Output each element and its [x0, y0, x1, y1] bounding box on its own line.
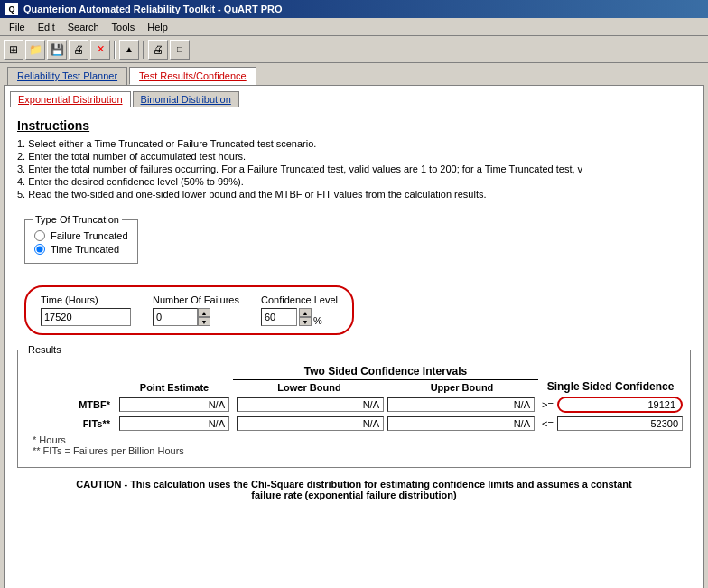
caution-text: CAUTION - This calculation uses the Chi-…: [17, 475, 691, 504]
content-panel: Exponential Distribution Binomial Distri…: [4, 85, 704, 588]
two-sided-sub-headers: Lower Bound Upper Bound: [233, 382, 538, 393]
truncation-legend: Type Of Truncation: [33, 214, 122, 225]
toolbar-new-btn[interactable]: ⊞: [4, 40, 23, 60]
results-legend: Results: [25, 344, 64, 355]
instruction-3: 3. Enter the total number of failures oc…: [17, 163, 691, 174]
toolbar-window-btn[interactable]: □: [170, 40, 190, 60]
truncation-section: Type Of Truncation Failure Truncated Tim…: [17, 210, 691, 273]
point-estimate-header-cell: Point Estimate: [116, 382, 233, 393]
confidence-level-spinner-btns: ▲ ▼: [299, 308, 312, 326]
truncation-group-box: Type Of Truncation Failure Truncated Tim…: [24, 219, 138, 264]
num-failures-label: Number Of Failures: [153, 294, 239, 305]
fits-upper-bound[interactable]: N/A: [387, 416, 535, 431]
time-truncated-row: Time Truncated: [34, 244, 128, 255]
single-sided-header: Single Sided Confidence: [538, 380, 683, 393]
toolbar-open-btn[interactable]: 📁: [25, 40, 45, 60]
results-content: Point Estimate Two Sided Confidence Inte…: [18, 350, 690, 467]
failure-truncated-label: Failure Truncated: [51, 230, 128, 241]
menu-edit[interactable]: Edit: [33, 21, 61, 33]
time-hours-label: Time (Hours): [41, 294, 131, 305]
confidence-up-btn[interactable]: ▲: [299, 308, 312, 317]
caution-message: CAUTION - This calculation uses the Chi-…: [76, 479, 632, 500]
results-box: Results Point Estimate Two Sided Confide…: [17, 350, 691, 468]
menu-tools[interactable]: Tools: [107, 21, 141, 33]
time-hours-group: Time (Hours): [41, 294, 131, 326]
point-estimate-header: Point Estimate: [140, 382, 209, 393]
app-icon: Q: [5, 3, 18, 15]
toolbar: ⊞ 📁 💾 🖨 ✕ ▲ 🖨 □: [0, 36, 708, 63]
mtbf-two-sided-cells: N/A N/A: [233, 397, 538, 412]
tab-reliability-test-planner[interactable]: Reliability Test Planner: [7, 67, 127, 85]
mtbf-upper-bound-cell: N/A: [387, 397, 535, 412]
fits-upper-bound-cell: N/A: [387, 416, 535, 431]
mtbf-point-estimate-cell: N/A: [116, 397, 233, 412]
tab-exponential-distribution[interactable]: Exponential Distribution: [10, 91, 131, 107]
instruction-4: 4. Enter the desired confidence level (5…: [17, 176, 691, 187]
mtbf-lower-bound[interactable]: N/A: [237, 397, 384, 412]
menu-bar: File Edit Search Tools Help: [0, 18, 708, 36]
time-truncated-radio[interactable]: [34, 244, 45, 255]
mtbf-upper-bound[interactable]: N/A: [387, 397, 535, 412]
fits-le-label: <=: [542, 418, 554, 429]
toolbar-close-btn[interactable]: ✕: [90, 40, 110, 60]
num-failures-up-btn[interactable]: ▲: [198, 308, 210, 317]
num-failures-input[interactable]: [153, 308, 198, 326]
mtbf-lower-bound-cell: N/A: [237, 397, 384, 412]
results-header-area: Point Estimate Two Sided Confidence Inte…: [25, 365, 683, 397]
menu-help[interactable]: Help: [142, 21, 173, 33]
num-failures-spinner-container: ▲ ▼: [153, 308, 239, 326]
percent-label: %: [313, 315, 322, 326]
upper-bound-header: Upper Bound: [386, 382, 538, 393]
top-tab-bar: Reliability Test Planner Test Results/Co…: [0, 63, 708, 85]
instruction-5: 5. Read the two-sided and one-sided lowe…: [17, 189, 691, 200]
instructions-section: Instructions 1. Select either a Time Tru…: [10, 115, 698, 205]
instruction-1: 1. Select either a Time Truncated or Fai…: [17, 138, 691, 149]
toolbar-save-btn[interactable]: 💾: [47, 40, 67, 60]
confidence-level-label: Confidence Level: [261, 294, 338, 305]
footnote-1: * Hours: [33, 434, 675, 445]
lower-bound-header: Lower Bound: [233, 382, 386, 393]
fits-point-estimate-cell: N/A: [116, 416, 233, 431]
confidence-level-input[interactable]: [261, 308, 297, 326]
sub-tab-bar: Exponential Distribution Binomial Distri…: [10, 91, 698, 107]
mtbf-label: MTBF*: [25, 399, 116, 410]
mtbf-single-value[interactable]: 19121: [564, 399, 675, 410]
window-title: Quanterion Automated Reliability Toolkit…: [23, 4, 283, 14]
mtbf-single-value-oval: 19121: [557, 397, 683, 413]
title-bar: Q Quanterion Automated Reliability Toolk…: [0, 0, 708, 18]
instructions-list: 1. Select either a Time Truncated or Fai…: [17, 138, 691, 200]
menu-search[interactable]: Search: [62, 21, 105, 33]
confidence-down-btn[interactable]: ▼: [299, 317, 312, 326]
num-failures-spinner-btns: ▲ ▼: [198, 308, 210, 326]
main-container: Reliability Test Planner Test Results/Co…: [0, 63, 708, 588]
menu-file[interactable]: File: [4, 21, 31, 33]
fits-label: FITs**: [25, 418, 116, 429]
toolbar-preview-btn[interactable]: 🖨: [69, 40, 88, 60]
time-hours-input[interactable]: [41, 308, 131, 326]
toolbar-print-btn[interactable]: 🖨: [148, 40, 168, 60]
tab-test-results-confidence[interactable]: Test Results/Confidence: [129, 67, 256, 85]
failure-truncated-radio[interactable]: [34, 230, 45, 241]
mtbf-point-estimate[interactable]: N/A: [119, 397, 229, 412]
toolbar-separator-1: [114, 41, 116, 59]
fits-single-sided-cell: <= 52300: [538, 416, 683, 431]
input-row-oval: Time (Hours) Number Of Failures ▲ ▼: [24, 285, 354, 335]
fits-single-value[interactable]: 52300: [557, 416, 683, 431]
fits-point-estimate[interactable]: N/A: [119, 416, 229, 431]
mtbf-ge-label: >=: [542, 399, 554, 410]
input-row-wrapper: Time (Hours) Number Of Failures ▲ ▼: [17, 278, 691, 342]
toolbar-separator-2: [143, 41, 144, 59]
two-sided-header: Two Sided Confidence Intervals: [233, 365, 538, 380]
fits-lower-bound[interactable]: N/A: [237, 416, 384, 431]
confidence-level-row: ▲ ▼ %: [261, 308, 338, 326]
num-failures-down-btn[interactable]: ▼: [198, 317, 210, 326]
instruction-2: 2. Enter the total number of accumulated…: [17, 151, 691, 162]
toolbar-up-btn[interactable]: ▲: [119, 40, 139, 60]
fits-lower-bound-cell: N/A: [237, 416, 384, 431]
fits-single-value-cell: 52300: [557, 416, 683, 431]
time-truncated-label: Time Truncated: [51, 244, 119, 255]
fits-two-sided-cells: N/A N/A: [233, 416, 538, 431]
footnote-2: ** FITs = Failures per Billion Hours: [33, 445, 675, 456]
num-failures-group: Number Of Failures ▲ ▼: [153, 294, 239, 326]
tab-binomial-distribution[interactable]: Binomial Distribution: [133, 91, 239, 107]
